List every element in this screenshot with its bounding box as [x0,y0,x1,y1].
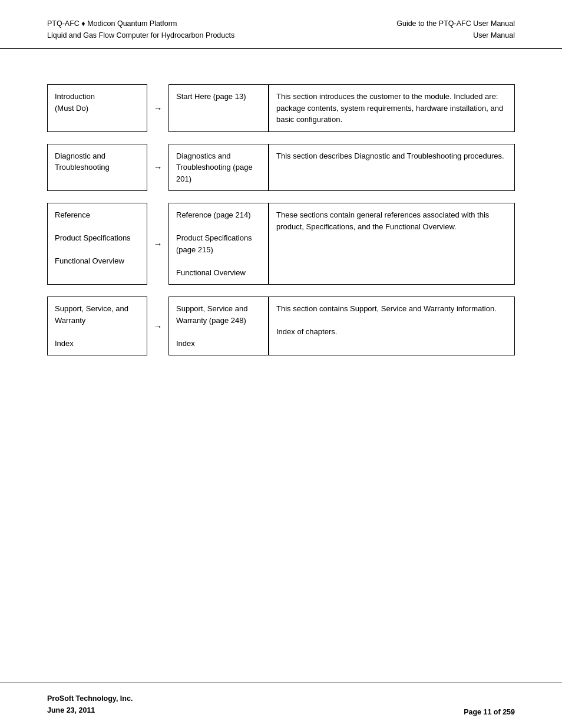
footer-page: Page 11 of 259 [464,708,515,716]
header-right: Guide to the PTQ-AFC User Manual User Ma… [396,18,515,41]
row-right-0: This section introduces the customer to … [269,84,515,132]
row-right-2: These sections contain general reference… [269,203,515,285]
row-left-1: Diagnostic and Troubleshooting [47,144,147,192]
arrow-icon-3: → [147,297,168,355]
footer-left: ProSoft Technology, Inc. June 23, 2011 [47,693,133,716]
arrow-icon-0: → [147,84,168,132]
header-right-line1: Guide to the PTQ-AFC User Manual [396,18,515,29]
arrow-icon-1: → [147,144,168,192]
page-header: PTQ-AFC ♦ Modicon Quantum Platform Liqui… [0,0,562,49]
row-left-2: Reference Product Specifications Functio… [47,203,147,285]
arrow-icon-2: → [147,203,168,285]
page-footer: ProSoft Technology, Inc. June 23, 2011 P… [0,683,562,728]
row-middle-1: Diagnostics and Troubleshooting (page 20… [168,144,269,192]
row-right-3: This section contains Support, Service a… [269,297,515,355]
header-left-line1: PTQ-AFC ♦ Modicon Quantum Platform [47,18,234,29]
row-middle-2: Reference (page 214) Product Specificati… [168,203,269,285]
row-middle-3: Support, Service and Warranty (page 248)… [168,297,269,355]
table-row: Reference Product Specifications Functio… [47,203,515,285]
footer-company: ProSoft Technology, Inc. [47,693,133,704]
section-table: Introduction (Must Do)→Start Here (page … [47,84,515,355]
main-content: Introduction (Must Do)→Start Here (page … [0,49,562,379]
header-left-line2: Liquid and Gas Flow Computer for Hydroca… [47,29,234,41]
row-left-3: Support, Service, and Warranty Index [47,297,147,355]
row-right-1: This section describes Diagnostic and Tr… [269,144,515,192]
footer-date: June 23, 2011 [47,704,133,716]
header-right-line2: User Manual [396,29,515,41]
table-row: Introduction (Must Do)→Start Here (page … [47,84,515,132]
row-middle-0: Start Here (page 13) [168,84,269,132]
row-left-0: Introduction (Must Do) [47,84,147,132]
header-left: PTQ-AFC ♦ Modicon Quantum Platform Liqui… [47,18,234,41]
table-row: Diagnostic and Troubleshooting→Diagnosti… [47,144,515,192]
table-row: Support, Service, and Warranty Index→Sup… [47,297,515,355]
